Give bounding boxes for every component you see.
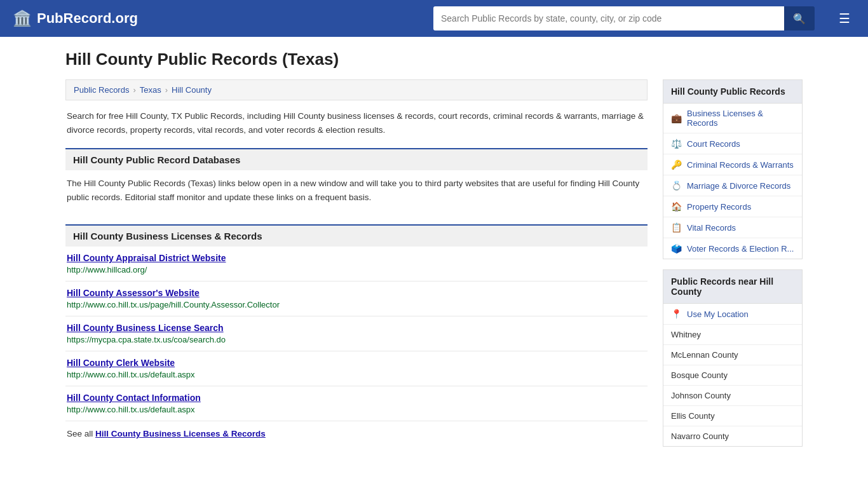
database-description: The Hill County Public Records (Texas) l… [65,170,648,213]
sidebar-link-court[interactable]: ⚖️ Court Records [663,133,802,154]
sidebar-label-vital: Vital Records [687,223,736,233]
breadcrumb-sep-1: › [133,85,135,95]
search-icon: 🔍 [793,13,806,24]
sidebar-link-vital[interactable]: 📋 Vital Records [663,217,802,238]
search-input[interactable] [433,6,784,30]
sidebar-label-business: Business Licenses & Records [687,109,794,128]
page-title: Hill County Public Records (Texas) [65,50,803,69]
sidebar-label-court: Court Records [687,139,740,149]
nearby-link-navarro[interactable]: Navarro County [663,426,802,446]
sidebar: Hill County Public Records 💼 Business Li… [663,79,803,457]
record-item: Hill County Business License Search http… [65,316,648,351]
page-description: Search for free Hill County, TX Public R… [65,109,648,137]
page-wrapper: Hill County Public Records (Texas) Publi… [53,37,815,470]
ballot-icon: 🗳️ [671,243,682,254]
sidebar-records-title: Hill County Public Records [663,80,802,104]
record-link-2[interactable]: Hill County Business License Search [67,323,646,333]
location-icon: 📍 [671,309,682,319]
nearby-label-johnson: Johnson County [671,391,731,400]
ring-icon: 💍 [671,180,682,191]
record-link-0[interactable]: Hill County Appraisal District Website [67,253,646,263]
record-item: Hill County Appraisal District Website h… [65,247,648,281]
sidebar-link-criminal[interactable]: 🔑 Criminal Records & Warrants [663,154,802,175]
sidebar-item-criminal: 🔑 Criminal Records & Warrants [663,154,802,175]
nearby-item-johnson: Johnson County [663,386,802,406]
search-button[interactable]: 🔍 [784,6,815,30]
record-url-2[interactable]: https://mycpa.cpa.state.tx.us/coa/search… [67,335,646,344]
sidebar-nearby-box: Public Records near Hill County 📍 Use My… [663,269,803,447]
nearby-use-location: 📍 Use My Location [663,304,802,325]
key-icon: 🔑 [671,159,682,170]
nearby-list: 📍 Use My Location Whitney McLennan Count… [663,304,802,446]
sidebar-link-property[interactable]: 🏠 Property Records [663,196,802,217]
nearby-item-bosque: Bosque County [663,365,802,386]
layout: Public Records › Texas › Hill County Sea… [65,79,803,457]
breadcrumb-public-records[interactable]: Public Records [74,85,129,95]
logo-link[interactable]: 🏛️ PubRecord.org [13,10,138,27]
logo-icon: 🏛️ [13,10,32,27]
record-link-4[interactable]: Hill County Contact Information [67,393,646,403]
menu-button[interactable]: ☰ [834,8,855,29]
nearby-label-whitney: Whitney [671,330,701,339]
record-url-1[interactable]: http://www.co.hill.tx.us/page/hill.Count… [67,300,646,309]
nearby-label-navarro: Navarro County [671,431,729,441]
sidebar-item-property: 🏠 Property Records [663,196,802,217]
scales-icon: ⚖️ [671,139,682,149]
sidebar-records-list: 💼 Business Licenses & Records ⚖️ Court R… [663,104,802,259]
sidebar-label-property: Property Records [687,202,751,212]
record-url-4[interactable]: http://www.co.hill.tx.us/default.aspx [67,405,646,414]
record-url-0[interactable]: http://www.hillcad.org/ [67,265,646,274]
sidebar-nearby-title: Public Records near Hill County [663,270,802,304]
search-area: 🔍 [433,6,815,30]
records-list: Hill County Appraisal District Website h… [65,247,648,421]
sidebar-link-voter[interactable]: 🗳️ Voter Records & Election R... [663,238,802,259]
sidebar-records-box: Hill County Public Records 💼 Business Li… [663,79,803,259]
nearby-link-bosque[interactable]: Bosque County [663,365,802,385]
sidebar-item-vital: 📋 Vital Records [663,217,802,238]
sidebar-item-marriage: 💍 Marriage & Divorce Records [663,175,802,196]
nearby-item-ellis: Ellis County [663,406,802,426]
briefcase-icon: 💼 [671,113,682,123]
sidebar-link-business[interactable]: 💼 Business Licenses & Records [663,104,802,133]
sidebar-item-court: ⚖️ Court Records [663,133,802,154]
breadcrumb-sep-2: › [165,85,168,95]
breadcrumb-texas[interactable]: Texas [140,85,161,95]
nearby-link-whitney[interactable]: Whitney [663,325,802,344]
breadcrumb-hill-county[interactable]: Hill County [172,85,212,95]
record-item: Hill County Clerk Website http://www.co.… [65,351,648,386]
nearby-item-navarro: Navarro County [663,426,802,446]
hamburger-icon: ☰ [839,11,850,25]
home-icon: 🏠 [671,201,682,212]
nearby-item-whitney: Whitney [663,325,802,345]
sidebar-label-voter: Voter Records & Election R... [687,244,794,254]
sidebar-link-marriage[interactable]: 💍 Marriage & Divorce Records [663,175,802,196]
record-item: Hill County Contact Information http://w… [65,386,648,421]
breadcrumb: Public Records › Texas › Hill County [65,79,648,100]
business-section-header: Hill County Business Licenses & Records [65,224,648,247]
nearby-label-mclennan: McLennan County [671,350,738,360]
sidebar-label-marriage: Marriage & Divorce Records [687,181,790,191]
nearby-use-location-link[interactable]: 📍 Use My Location [663,304,802,324]
record-url-3[interactable]: http://www.co.hill.tx.us/default.aspx [67,370,646,379]
see-all-link[interactable]: Hill County Business Licenses & Records [95,429,266,438]
database-section-header: Hill County Public Record Databases [65,148,648,170]
record-link-3[interactable]: Hill County Clerk Website [67,358,646,368]
nearby-label-bosque: Bosque County [671,370,728,380]
nearby-link-ellis[interactable]: Ellis County [663,406,802,426]
main-content: Public Records › Texas › Hill County Sea… [65,79,648,457]
sidebar-label-criminal: Criminal Records & Warrants [687,160,794,170]
record-item: Hill County Assessor's Website http://ww… [65,281,648,316]
sidebar-item-business: 💼 Business Licenses & Records [663,104,802,133]
nearby-label-ellis: Ellis County [671,411,715,421]
logo-text: PubRecord.org [37,10,138,27]
nearby-link-johnson[interactable]: Johnson County [663,386,802,405]
nearby-item-mclennan: McLennan County [663,345,802,365]
sidebar-item-voter: 🗳️ Voter Records & Election R... [663,238,802,259]
see-all-section: See all Hill County Business Licenses & … [65,421,648,446]
header: 🏛️ PubRecord.org 🔍 ☰ [0,0,868,37]
clipboard-icon: 📋 [671,222,682,233]
see-all-label: See all [67,429,95,438]
nearby-link-mclennan[interactable]: McLennan County [663,345,802,365]
record-link-1[interactable]: Hill County Assessor's Website [67,288,646,298]
nearby-use-location-label: Use My Location [687,309,749,319]
